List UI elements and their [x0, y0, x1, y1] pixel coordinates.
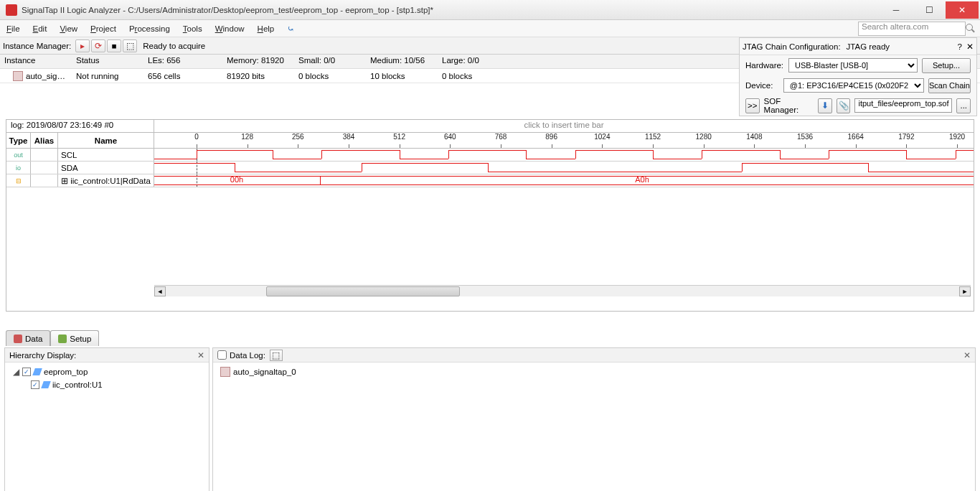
scroll-thumb[interactable]: [266, 286, 460, 296]
wave-tabs: Data Setup: [6, 329, 974, 346]
col-instance: Instance: [0, 55, 72, 68]
col-memory: Memory: 81920: [222, 55, 294, 68]
cell-status: Not running: [72, 71, 143, 81]
checkbox[interactable]: ✓: [22, 368, 31, 376]
jtag-help-icon[interactable]: ?: [958, 42, 962, 51]
tree-item-root[interactable]: ◢ ✓ eeprom_top: [12, 365, 202, 378]
search-input[interactable]: Search altera.com: [858, 22, 966, 36]
waveform-rddata[interactable]: 00h A0h: [154, 174, 974, 187]
type-io-icon: io: [6, 162, 31, 174]
wave-col-type: Type: [6, 133, 31, 148]
bus-val-2: A0h: [635, 175, 649, 184]
scan-chain-button[interactable]: Scan Chain: [928, 78, 971, 93]
waveform-panel: log: 2019/08/07 23:16:49 #0 click to ins…: [6, 119, 974, 312]
search-icon[interactable]: [966, 24, 976, 34]
signal-row-scl[interactable]: out SCL: [6, 149, 974, 162]
col-small: Small: 0/0: [294, 55, 366, 68]
hierarchy-close-icon[interactable]: ✕: [197, 350, 204, 360]
stop-icon[interactable]: ■: [107, 39, 121, 52]
cell-medium: 10 blocks: [366, 71, 438, 81]
datalog-checkbox[interactable]: [217, 350, 227, 360]
wave-col-name: Name: [58, 133, 154, 148]
device-label: Device:: [745, 81, 779, 90]
cell-les: 656 cells: [143, 71, 222, 81]
signal-row-sda[interactable]: io SDA: [6, 162, 974, 174]
menu-bar: File Edit View Project Processing Tools …: [0, 20, 980, 37]
instance-icon: [13, 71, 23, 81]
read-data-icon[interactable]: ⬚: [123, 39, 137, 52]
module-icon: [32, 368, 42, 375]
close-button[interactable]: ✕: [946, 1, 979, 19]
jtag-close-icon[interactable]: ✕: [966, 42, 974, 52]
app-icon: [6, 4, 17, 16]
wave-col-alias: Alias: [31, 133, 58, 148]
hardware-select[interactable]: USB-Blaster [USB-0]: [788, 58, 918, 73]
menu-project[interactable]: Project: [84, 21, 123, 37]
instance-manager-label: Instance Manager:: [3, 42, 71, 50]
minimize-button[interactable]: ─: [880, 1, 913, 19]
signal-name: SDA: [58, 162, 154, 174]
data-log-panel: Data Log: ⬚ ✕ auto_signaltap_0: [212, 347, 976, 491]
jtag-status: JTAG ready: [847, 42, 890, 51]
menu-extra-icon[interactable]: ⤿: [281, 21, 301, 37]
signal-name: SCL: [58, 149, 154, 161]
maximize-button[interactable]: ☐: [913, 1, 946, 19]
waveform-sda[interactable]: [154, 162, 974, 174]
device-select[interactable]: @1: EP3C16/EP4CE15 (0x020F2: [783, 78, 924, 93]
sof-download-icon[interactable]: ⬇: [818, 98, 832, 113]
datalog-tool-icon[interactable]: ⬚: [270, 350, 283, 361]
collapse-icon[interactable]: ◢: [12, 367, 19, 377]
datalog-title: Data Log:: [230, 351, 265, 360]
sof-prev-button[interactable]: >>: [745, 98, 760, 113]
menu-window[interactable]: Window: [209, 21, 251, 37]
scroll-left-icon[interactable]: ◄: [154, 286, 166, 296]
ready-status: Ready to acquire: [143, 42, 205, 50]
col-status: Status: [72, 55, 143, 68]
instance-name: auto_sig…: [26, 72, 65, 80]
type-bus-icon: ⊟: [6, 174, 31, 187]
run-loop-icon[interactable]: ⟳: [91, 39, 105, 52]
sof-path-field[interactable]: itput_files/eeprom_top.sof: [854, 98, 952, 113]
cell-small: 0 blocks: [294, 71, 366, 81]
wave-ruler[interactable]: 0128256384512640768896102411521280140815…: [154, 133, 974, 148]
cell-large: 0 blocks: [438, 71, 524, 81]
type-out-icon: out: [6, 149, 31, 161]
hierarchy-panel: Hierarchy Display:✕ ◢ ✓ eeprom_top ✓ iic…: [4, 347, 209, 491]
wave-insert-hint[interactable]: click to insert time bar: [154, 120, 974, 132]
tree-item-child[interactable]: ✓ iic_control:U1: [12, 378, 202, 391]
menu-file[interactable]: File: [0, 21, 27, 37]
jtag-panel: JTAG Chain Configuration: JTAG ready ? ✕…: [739, 37, 977, 116]
tab-setup[interactable]: Setup: [50, 330, 99, 346]
hardware-label: Hardware:: [745, 61, 784, 70]
checkbox[interactable]: ✓: [31, 380, 39, 389]
col-large: Large: 0/0: [438, 55, 524, 68]
menu-help[interactable]: Help: [251, 21, 281, 37]
setup-tab-icon: [58, 335, 67, 343]
signal-name: ⊞ iic_control:U1|RdData: [58, 174, 154, 187]
sof-browse-button[interactable]: ...: [956, 98, 971, 113]
waveform-scl[interactable]: [154, 149, 974, 161]
instance-icon: [220, 367, 230, 377]
signal-row-rddata[interactable]: ⊟ ⊞ iic_control:U1|RdData 00h A0h: [6, 174, 974, 187]
menu-view[interactable]: View: [53, 21, 84, 37]
datalog-item[interactable]: auto_signaltap_0: [220, 365, 968, 378]
tab-data[interactable]: Data: [6, 330, 50, 346]
col-medium: Medium: 10/56: [366, 55, 438, 68]
run-analysis-icon[interactable]: ▸: [75, 39, 90, 52]
col-les: LEs: 656: [143, 55, 222, 68]
jtag-label: JTAG Chain Configuration:: [743, 42, 841, 51]
title-bar: SignalTap II Logic Analyzer - C:/Users/A…: [0, 0, 980, 20]
wave-log: log: 2019/08/07 23:16:49 #0: [6, 120, 154, 132]
scroll-right-icon[interactable]: ►: [959, 286, 971, 296]
hierarchy-title: Hierarchy Display:: [9, 351, 76, 360]
menu-tools[interactable]: Tools: [176, 21, 209, 37]
wave-scrollbar[interactable]: ◄ ►: [154, 285, 971, 296]
data-tab-icon: [14, 335, 22, 343]
sof-manager-label: SOF Manager:: [764, 97, 814, 114]
setup-button[interactable]: Setup...: [922, 58, 971, 73]
datalog-close-icon[interactable]: ✕: [963, 350, 971, 360]
menu-edit[interactable]: Edit: [27, 21, 54, 37]
module-icon: [41, 381, 51, 388]
sof-attach-icon[interactable]: 📎: [837, 98, 851, 113]
menu-processing[interactable]: Processing: [123, 21, 176, 37]
